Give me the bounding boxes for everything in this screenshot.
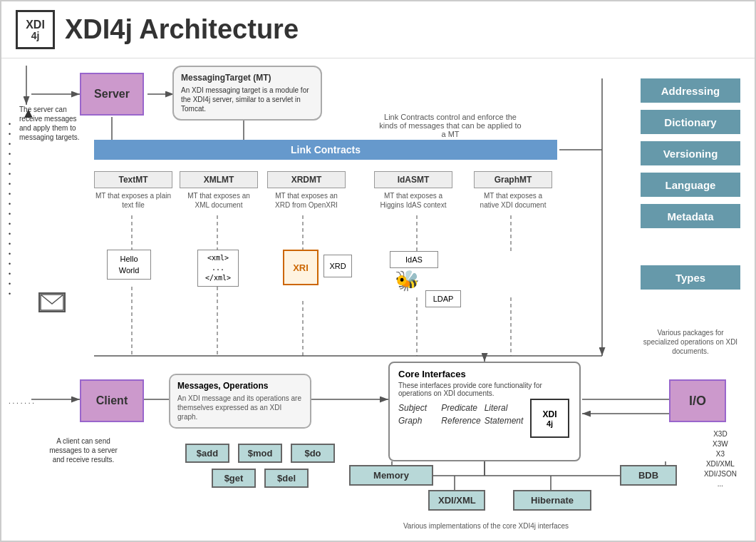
server-box: Server bbox=[80, 73, 144, 116]
header: XDI 4j XDI4j Architecture bbox=[1, 1, 755, 58]
messages-title: Messages, Operations bbox=[177, 381, 303, 391]
xml-doc: <xml> ... </xml> bbox=[197, 250, 239, 287]
mt-xrdmt: XRDMT MT that exposes an XRD from OpenXR… bbox=[267, 171, 346, 210]
op-get-btn[interactable]: $get bbox=[212, 469, 256, 488]
textmt-desc: MT that exposes a plain text file bbox=[94, 191, 172, 210]
memory-box: Memory bbox=[349, 465, 433, 486]
mt-description: An XDI messaging target is a module for … bbox=[181, 86, 314, 113]
nav-addressing[interactable]: Addressing bbox=[641, 78, 740, 103]
graphmt-desc: MT that exposes a native XDI document bbox=[474, 191, 552, 210]
link-contracts-bar: Link Contracts bbox=[94, 140, 557, 160]
xmlmt-desc: MT that exposes an XML document bbox=[180, 191, 258, 210]
xrd-box: XRD bbox=[323, 255, 352, 277]
dots-left: . . . . . . . bbox=[9, 397, 34, 405]
left-bullets: •••••••••••••••••• bbox=[9, 119, 11, 299]
page-title: XDI4j Architecture bbox=[65, 14, 299, 45]
nav-versioning[interactable]: Versioning bbox=[641, 141, 740, 165]
xri-icon: XRI bbox=[283, 250, 319, 285]
core-interfaces-box: Core Interfaces These interfaces provide… bbox=[388, 362, 581, 461]
ldap-box: LDAP bbox=[425, 290, 461, 307]
hibernate-box: Hibernate bbox=[513, 490, 591, 511]
io-formats: X3D X3W X3 XDI/XML XDI/JSON ... bbox=[704, 429, 737, 489]
email-icon bbox=[38, 292, 66, 312]
mt-xmlmt: XMLMT MT that exposes an XML document bbox=[180, 171, 258, 210]
nav-metadata[interactable]: Metadata bbox=[641, 204, 740, 228]
bdb-box: BDB bbox=[620, 465, 677, 486]
nav-types[interactable]: Types bbox=[641, 265, 740, 290]
higgins-icon: 🐝 bbox=[395, 269, 420, 292]
idASMT-header: IdASMT bbox=[374, 171, 452, 188]
various-packages-text: Various packages for specialized operati… bbox=[641, 328, 740, 356]
logo-xdi: XDI bbox=[26, 19, 45, 31]
mt-textmt: TextMT MT that exposes a plain text file bbox=[94, 171, 172, 210]
op-do-btn[interactable]: $do bbox=[291, 444, 335, 463]
core-title: Core Interfaces bbox=[398, 369, 571, 379]
logo-box: XDI 4j bbox=[16, 10, 55, 49]
idASMT-desc: MT that exposes a Higgins IdAS context bbox=[374, 191, 452, 210]
xmlmt-header: XMLMT bbox=[180, 171, 258, 188]
idas-box: IdAS bbox=[390, 251, 438, 268]
nav-language[interactable]: Language bbox=[641, 173, 740, 197]
page: XDI 4j XDI4j Architecture ▲ ••••••••••••… bbox=[0, 0, 756, 542]
messages-box: Messages, Operations An XDI message and … bbox=[169, 374, 311, 429]
mt-graphmt: GraphMT MT that exposes a native XDI doc… bbox=[474, 171, 552, 210]
mt-idASMT: IdASMT MT that exposes a Higgins IdAS co… bbox=[374, 171, 452, 210]
xdixml-box: XDI/XML bbox=[428, 490, 485, 511]
nav-dictionary[interactable]: Dictionary bbox=[641, 110, 740, 134]
various-impl-text: Various implementations of the core XDI4… bbox=[379, 522, 593, 530]
io-box: I/O bbox=[669, 379, 726, 422]
messaging-target-box: MessagingTarget (MT) An XDI messaging ta… bbox=[172, 66, 322, 121]
logo-4j: 4j bbox=[26, 31, 45, 41]
textmt-header: TextMT bbox=[94, 171, 172, 188]
core-desc: These interfaces provide core functional… bbox=[398, 382, 571, 397]
op-mod-btn[interactable]: $mod bbox=[238, 444, 282, 463]
op-add-btn[interactable]: $add bbox=[185, 444, 229, 463]
client-box: Client bbox=[80, 379, 144, 422]
messages-desc: An XDI message and its operations are th… bbox=[177, 394, 303, 421]
client-description: A client can send messages to a server a… bbox=[44, 436, 123, 464]
core-xdi-logo: XDI 4j bbox=[530, 399, 569, 438]
server-description: The server can receive messages and appl… bbox=[19, 105, 80, 142]
hello-world-doc: Hello World bbox=[107, 250, 151, 280]
xrdmt-header: XRDMT bbox=[267, 171, 346, 188]
xrdmt-desc: MT that exposes an XRD from OpenXRI bbox=[267, 191, 346, 210]
graphmt-header: GraphMT bbox=[474, 171, 552, 188]
lc-label: Link Contracts control and enforce the k… bbox=[379, 113, 522, 138]
mt-title: MessagingTarget (MT) bbox=[181, 73, 314, 83]
op-del-btn[interactable]: $del bbox=[264, 469, 309, 488]
